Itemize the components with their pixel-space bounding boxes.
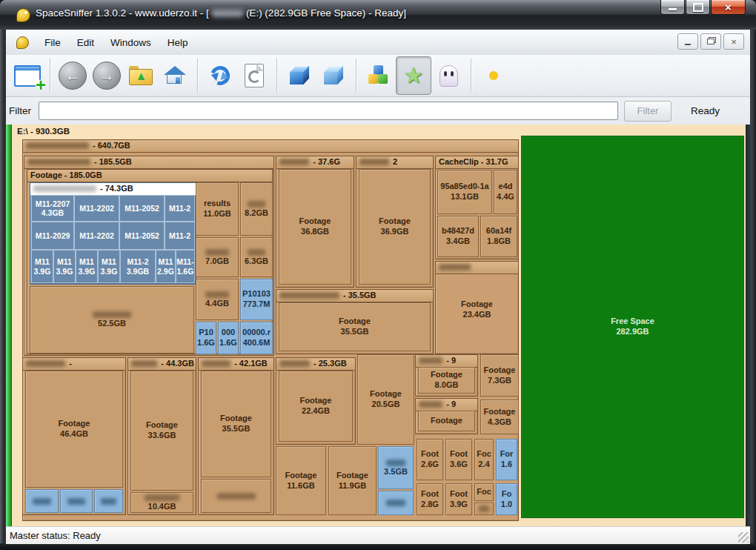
- maximize-button[interactable]: [686, 0, 710, 15]
- tile-node[interactable]: M11-2: [165, 195, 195, 222]
- close-button[interactable]: ×: [711, 0, 746, 15]
- redacted-label: [439, 264, 471, 271]
- block-6-3[interactable]: 6.3GB: [240, 237, 273, 277]
- redacted-title-segment: [212, 10, 243, 17]
- block-node[interactable]: Footage35.5GB: [201, 371, 271, 477]
- block-node[interactable]: 60a14f1.8GB: [480, 216, 517, 257]
- block-node[interactable]: Foot3.6G: [445, 439, 472, 480]
- file-node[interactable]: [60, 489, 93, 513]
- tile-node[interactable]: M11-2: [165, 222, 195, 250]
- treemap-root-label: E:\ - 930.3GB: [17, 127, 70, 136]
- block-results[interactable]: results11.0GB: [196, 182, 239, 236]
- block-node[interactable]: Footage33.6GB: [130, 371, 193, 491]
- file-p10[interactable]: P101.6G: [196, 322, 216, 354]
- block-node[interactable]: [474, 503, 494, 515]
- block-8-2[interactable]: 8.2GB: [240, 182, 273, 236]
- block-node[interactable]: 10.4GB: [130, 492, 193, 513]
- block-node[interactable]: [201, 479, 271, 513]
- refresh-button[interactable]: [203, 57, 237, 94]
- menu-item-windows[interactable]: Windows: [102, 34, 159, 51]
- block-node[interactable]: Foc: [474, 483, 494, 501]
- node-label: Footage: [484, 407, 516, 417]
- tag-cubes-button[interactable]: [362, 57, 396, 94]
- block-node[interactable]: Foc2.4: [474, 439, 494, 480]
- file-p10103[interactable]: P10103773.7M: [240, 279, 273, 320]
- tile-node[interactable]: M112.9G: [156, 250, 176, 283]
- minimize-button[interactable]: [660, 0, 685, 15]
- block-node[interactable]: Footage22.4GB: [279, 371, 353, 442]
- tile-node[interactable]: M11-1.6G: [176, 250, 195, 283]
- block-11-6[interactable]: Footage11.6GB: [276, 446, 326, 515]
- block-node[interactable]: Footage: [418, 411, 475, 431]
- mdi-restore-button[interactable]: [700, 33, 721, 50]
- block-node[interactable]: Footage46.4GB: [25, 371, 123, 488]
- tile-node[interactable]: M11-2029: [31, 222, 74, 250]
- filter-button[interactable]: Filter: [624, 101, 672, 122]
- file-000[interactable]: 0001.6G: [218, 322, 239, 354]
- node-label: 282.9GB: [616, 327, 649, 337]
- star-filter-button[interactable]: ★: [396, 56, 431, 95]
- node-header-label: -: [69, 359, 72, 368]
- filter-input[interactable]: [39, 102, 618, 120]
- new-view-button[interactable]: [10, 57, 44, 94]
- tile-node[interactable]: M11-23.9GB: [120, 250, 156, 283]
- block-node[interactable]: b48427d3.4GB: [437, 216, 479, 257]
- block-7-0[interactable]: 7.0GB: [196, 237, 239, 277]
- block-node[interactable]: Foot3.9G: [445, 483, 472, 515]
- redacted-label: [27, 159, 90, 165]
- tile-node[interactable]: M11-22074.3GB: [31, 195, 74, 222]
- tile-node[interactable]: M113.9G: [98, 250, 120, 283]
- menu-item-file[interactable]: File: [36, 34, 69, 51]
- block-52-5[interactable]: 52.5GB: [30, 286, 194, 354]
- tile-node[interactable]: M11-2052: [119, 222, 165, 250]
- node-label: Footage: [339, 317, 371, 327]
- mdi-close-button[interactable]: ×: [723, 33, 744, 50]
- node-label: 3.9GB: [127, 267, 149, 276]
- file-00000[interactable]: 00000.r400.6M: [240, 322, 273, 354]
- block-11-9[interactable]: Footage11.9GB: [328, 446, 377, 515]
- node-label: 1.6G: [197, 338, 215, 348]
- block-node[interactable]: Foot2.6G: [417, 439, 443, 480]
- block-node[interactable]: Footage35.5GB: [279, 302, 431, 351]
- menu-item-help[interactable]: Help: [159, 34, 196, 51]
- block-node[interactable]: 95a85ed0-1a13.1GB: [437, 170, 492, 214]
- tile-node[interactable]: M113.9G: [31, 250, 53, 283]
- block-node[interactable]: e4d4.4G: [494, 170, 517, 214]
- block-7-3[interactable]: Footage7.3GB: [480, 354, 519, 397]
- tile-node[interactable]: M113.9G: [53, 250, 76, 283]
- block-node[interactable]: Foot2.8G: [417, 483, 443, 515]
- file-small[interactable]: [378, 491, 414, 515]
- block-node[interactable]: Footage36.9GB: [359, 169, 431, 285]
- node-label: 1.0: [501, 500, 512, 510]
- block-node[interactable]: Footage8.0GB: [418, 367, 475, 394]
- file-node[interactable]: For1.6: [496, 439, 517, 480]
- tile-node[interactable]: M11-2202: [74, 222, 119, 250]
- tile-node[interactable]: M113.9G: [76, 250, 98, 283]
- title-bar[interactable]: SpaceSniffer 1.3.0.2 - www.uderzo.it - […: [0, 0, 756, 30]
- block-node[interactable]: Footage36.8GB: [279, 169, 351, 285]
- forward-button[interactable]: →: [90, 57, 124, 94]
- file-3-5[interactable]: 3.5GB: [378, 446, 414, 489]
- text-node[interactable]: Footage23.4GB: [437, 273, 517, 347]
- tile-node[interactable]: M11-2202: [74, 195, 119, 222]
- menu-item-edit[interactable]: Edit: [69, 34, 102, 51]
- tile-node[interactable]: M11-2052: [119, 195, 165, 222]
- back-button[interactable]: ←: [56, 57, 90, 94]
- free-space[interactable]: Free Space282.9GB: [521, 136, 744, 518]
- ghost-filter-button[interactable]: [431, 57, 465, 94]
- treemap-canvas[interactable]: E:\ - 930.3GB - 640.7GB- 185.5GBFootage …: [12, 125, 746, 526]
- up-folder-button[interactable]: ▲: [124, 57, 158, 94]
- block-4-3[interactable]: Footage4.3GB: [480, 400, 519, 434]
- refresh-selected-button[interactable]: [237, 57, 271, 94]
- file-node[interactable]: Fo1.0: [496, 483, 517, 515]
- resize-grip[interactable]: [738, 532, 749, 543]
- block-4-4[interactable]: 4.4GB: [196, 279, 239, 320]
- mdi-minimize-button[interactable]: [677, 33, 698, 50]
- file-node[interactable]: [25, 489, 59, 513]
- home-button[interactable]: [158, 57, 192, 94]
- file-node[interactable]: [94, 489, 123, 513]
- more-detail-button[interactable]: [316, 57, 351, 94]
- less-detail-button[interactable]: [282, 57, 316, 94]
- block-20-5[interactable]: Footage20.5GB: [357, 354, 414, 445]
- options-button[interactable]: [477, 57, 511, 94]
